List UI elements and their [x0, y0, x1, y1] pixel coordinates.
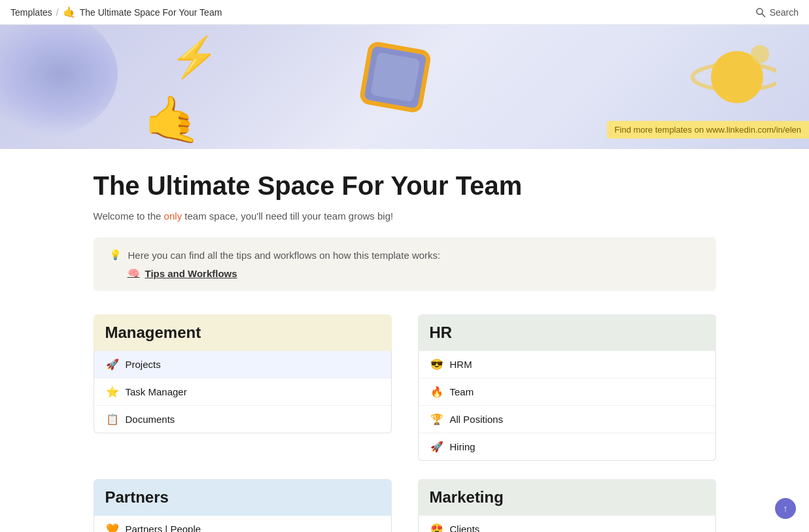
card-item-icon: 🚀: [106, 358, 119, 371]
breadcrumb: Templates / 🤙 The Ultimate Space For You…: [10, 6, 222, 18]
card-item-label: All Positions: [450, 414, 504, 425]
card-item-icon: 📋: [106, 413, 119, 425]
card-item-label: HRM: [450, 359, 472, 370]
list-item[interactable]: 😍Clients: [419, 516, 715, 532]
info-box: 💡 Here you can find all the tips and wor…: [94, 237, 716, 291]
subtitle-after: team space, you'll need till your team g…: [182, 210, 393, 222]
hero-banner: ⚡ 🤙 Find more templates on www.linkedin.…: [0, 25, 809, 149]
card-header-hr: HR: [418, 314, 716, 351]
list-item[interactable]: 🔥Team: [419, 378, 715, 406]
main-content: The Ultimate Space For Your Team Welcome…: [78, 149, 732, 532]
banner-bolt-shape: ⚡: [170, 38, 219, 77]
banner-box-shape: [345, 28, 444, 129]
card-item-label: Partners | People: [126, 524, 201, 532]
card-items-hr: 😎HRM🔥Team🏆All Positions🚀Hiring: [418, 351, 716, 461]
card-item-icon: 🧡: [106, 523, 119, 532]
banner-hand-shape: 🤙: [144, 97, 201, 142]
card-item-icon: ⭐: [106, 386, 119, 398]
list-item[interactable]: 📋Documents: [94, 406, 391, 433]
banner-brain-shape: [0, 25, 118, 136]
card-item-icon: 🏆: [430, 413, 443, 425]
card-item-label: Task Manager: [126, 386, 187, 397]
card-item-label: Clients: [450, 524, 480, 532]
banner-planet-shape: [685, 35, 776, 122]
subtitle-highlight: only: [164, 210, 182, 222]
svg-point-0: [757, 8, 763, 14]
breadcrumb-templates[interactable]: Templates: [10, 7, 52, 18]
list-item[interactable]: ⭐Task Manager: [94, 378, 391, 406]
card-header-marketing: Marketing: [418, 479, 716, 516]
tips-workflows-link[interactable]: 🧠 Tips and Workflows: [109, 267, 700, 279]
search-icon: [755, 7, 766, 18]
search-label: Search: [770, 7, 799, 18]
search-button[interactable]: Search: [755, 7, 799, 18]
card-item-label: Documents: [126, 414, 175, 425]
breadcrumb-separator: /: [56, 7, 59, 18]
card-item-label: Projects: [126, 359, 161, 370]
card-management: Management🚀Projects⭐Task Manager📋Documen…: [94, 314, 392, 461]
page-icon: 🤙: [63, 6, 76, 18]
list-item[interactable]: 😎HRM: [419, 351, 715, 378]
info-box-text: Here you can find all the tips and workf…: [128, 250, 441, 261]
card-item-label: Hiring: [450, 441, 475, 452]
list-item[interactable]: 🚀Hiring: [419, 433, 715, 460]
card-hr: HR😎HRM🔥Team🏆All Positions🚀Hiring: [418, 314, 716, 461]
svg-point-6: [751, 45, 769, 63]
breadcrumb-current: The Ultimate Space For Your Team: [80, 7, 222, 18]
card-item-label: Team: [450, 386, 474, 397]
svg-line-1: [762, 14, 765, 17]
card-item-icon: 😎: [430, 358, 443, 371]
subtitle-before: Welcome to the: [94, 210, 164, 222]
scroll-indicator[interactable]: ↑: [775, 498, 796, 519]
card-partners: Partners🧡Partners | People🏢Partners | Co…: [94, 479, 392, 532]
card-marketing: Marketing😍Clients: [418, 479, 716, 532]
page-subtitle: Welcome to the only team space, you'll n…: [94, 210, 716, 222]
card-items-partners: 🧡Partners | People🏢Partners | Companies: [94, 516, 392, 532]
list-item[interactable]: 🧡Partners | People: [94, 516, 391, 532]
card-items-management: 🚀Projects⭐Task Manager📋Documents: [94, 351, 392, 433]
banner-linkedin-text: Find more templates on www.linkedin.com/…: [607, 121, 809, 139]
info-box-text-row: 💡 Here you can find all the tips and wor…: [109, 249, 700, 261]
info-box-icon: 💡: [109, 249, 122, 261]
list-item[interactable]: 🏆All Positions: [419, 406, 715, 433]
card-header-management: Management: [94, 314, 392, 351]
card-item-icon: 🚀: [430, 441, 443, 453]
cards-grid: Management🚀Projects⭐Task Manager📋Documen…: [94, 314, 716, 532]
top-nav: Templates / 🤙 The Ultimate Space For You…: [0, 0, 809, 25]
scroll-arrow-icon: ↑: [783, 503, 788, 514]
svg-rect-3: [370, 52, 420, 102]
card-item-icon: 😍: [430, 523, 443, 532]
card-header-partners: Partners: [94, 479, 392, 516]
page-title: The Ultimate Space For Your Team: [94, 170, 716, 201]
tips-link-icon: 🧠: [128, 267, 140, 279]
card-items-marketing: 😍Clients: [418, 516, 716, 532]
tips-link-label: Tips and Workflows: [145, 268, 237, 279]
list-item[interactable]: 🚀Projects: [94, 351, 391, 378]
card-item-icon: 🔥: [430, 386, 443, 398]
